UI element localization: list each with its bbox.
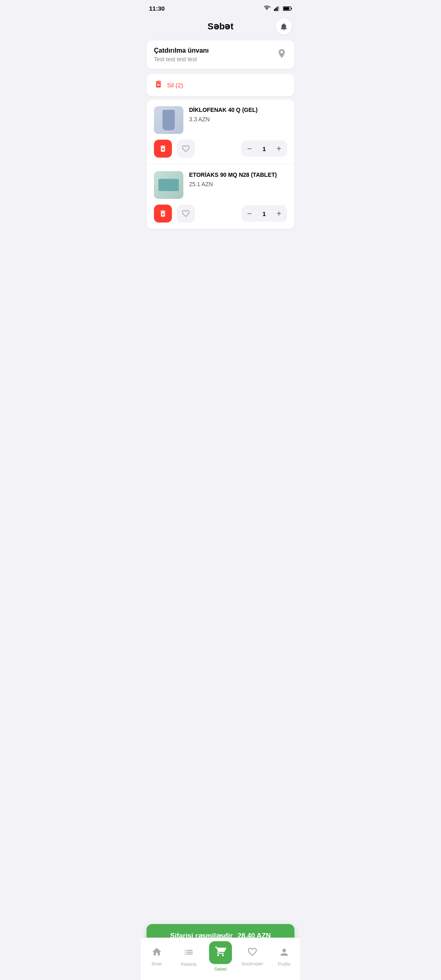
status-bar: 11:30 xyxy=(141,0,300,14)
product-top-2: ETORİAKS 90 MQ N28 (TABLET) 25.1 AZN xyxy=(154,171,287,199)
bell-icon xyxy=(279,22,288,31)
address-label: Çatdırılma ünvanı xyxy=(154,47,209,54)
status-icons xyxy=(264,6,292,11)
address-value: Test test test test xyxy=(154,56,209,62)
delete-all-row[interactable]: Sil (2) xyxy=(147,74,294,96)
product-info-1: DİKLOFENAK 40 Q (GEL) 3.3 AZN xyxy=(189,106,287,134)
product-image-1 xyxy=(154,106,183,134)
product-card-1: DİKLOFENAK 40 Q (GEL) 3.3 AZN − 1 + xyxy=(147,100,294,165)
location-icon xyxy=(276,48,287,61)
svg-rect-1 xyxy=(275,8,276,11)
product-info-2: ETORİAKS 90 MQ N28 (TABLET) 25.1 AZN xyxy=(189,171,287,199)
product-card-2: ETORİAKS 90 MQ N28 (TABLET) 25.1 AZN − 1… xyxy=(147,165,294,229)
delete-button-2[interactable] xyxy=(154,205,172,223)
product-image-2 xyxy=(154,171,183,199)
address-card[interactable]: Çatdırılma ünvanı Test test test test xyxy=(147,40,294,69)
products-container: DİKLOFENAK 40 Q (GEL) 3.3 AZN − 1 + xyxy=(147,100,294,229)
wifi-icon xyxy=(264,6,272,11)
product-name-2: ETORİAKS 90 MQ N28 (TABLET) xyxy=(189,171,287,178)
delete-all-label: Sil (2) xyxy=(167,82,183,89)
qty-increase-2[interactable]: + xyxy=(271,205,287,222)
qty-decrease-2[interactable]: − xyxy=(241,205,258,222)
product-name-1: DİKLOFENAK 40 Q (GEL) xyxy=(189,106,287,114)
header: Səbət xyxy=(141,14,300,40)
favorite-button-2[interactable] xyxy=(177,205,195,223)
favorite-button-1[interactable] xyxy=(177,140,195,158)
product-actions-2: − 1 + xyxy=(154,205,287,223)
status-time: 11:30 xyxy=(149,5,165,12)
svg-rect-0 xyxy=(274,9,275,11)
svg-rect-5 xyxy=(283,7,289,10)
qty-value-1: 1 xyxy=(258,145,271,152)
qty-decrease-1[interactable]: − xyxy=(241,140,258,157)
notification-button[interactable] xyxy=(276,18,292,35)
product-top-1: DİKLOFENAK 40 Q (GEL) 3.3 AZN xyxy=(154,106,287,134)
product-price-2: 25.1 AZN xyxy=(189,181,287,187)
battery-icon xyxy=(283,6,292,11)
quantity-control-1: − 1 + xyxy=(241,140,287,157)
page-title: Səbət xyxy=(165,21,276,32)
svg-rect-3 xyxy=(278,6,279,11)
qty-value-2: 1 xyxy=(258,210,271,217)
quantity-control-2: − 1 + xyxy=(241,205,287,222)
address-text: Çatdırılma ünvanı Test test test test xyxy=(154,47,209,62)
product-actions-1: − 1 + xyxy=(154,140,287,158)
trash-all-icon xyxy=(154,80,163,91)
qty-increase-1[interactable]: + xyxy=(271,140,287,157)
svg-rect-2 xyxy=(277,7,278,11)
delete-button-1[interactable] xyxy=(154,140,172,158)
signal-icon xyxy=(274,6,281,11)
product-price-1: 3.3 AZN xyxy=(189,116,287,122)
